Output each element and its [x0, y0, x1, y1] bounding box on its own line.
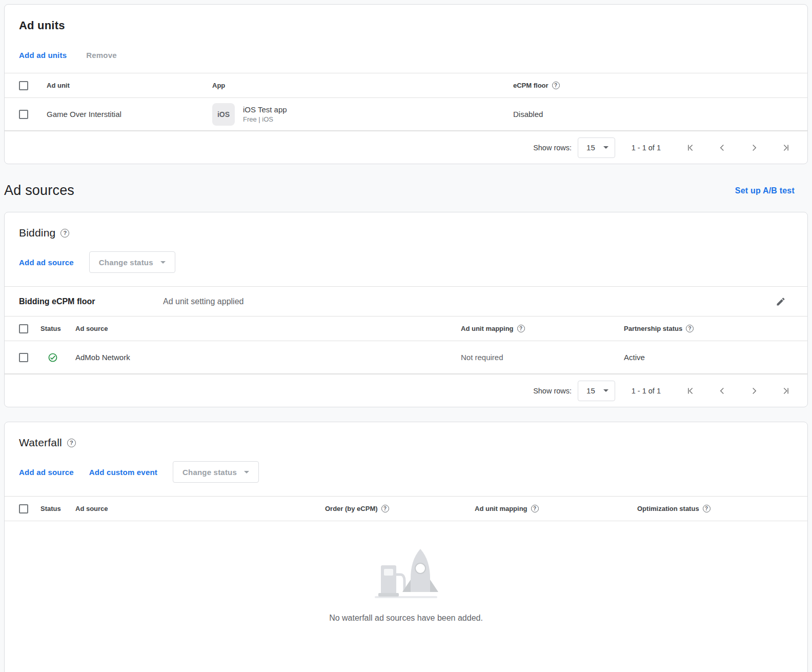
order-column-header: Order (by eCPM) — [325, 505, 378, 512]
bidding-ecpm-floor-label: Bidding eCPM floor — [19, 297, 163, 306]
chevron-down-icon — [603, 389, 608, 392]
ad-unit-row-checkbox[interactable] — [19, 110, 28, 119]
waterfall-add-ad-source-button[interactable]: Add ad source — [19, 468, 74, 477]
rows-per-page-value: 15 — [586, 386, 595, 395]
pencil-icon — [776, 297, 786, 307]
ad-unit-column-header: Ad unit — [47, 82, 212, 89]
bidding-help-icon[interactable]: ? — [60, 229, 69, 238]
ios-app-icon: iOS — [212, 103, 235, 126]
status-column-header: Status — [40, 325, 75, 332]
remove-button[interactable]: Remove — [86, 51, 117, 60]
status-active-check-icon — [48, 352, 58, 363]
partnership-status-help-icon[interactable]: ? — [686, 325, 694, 332]
last-page-icon — [780, 385, 791, 397]
partnership-status-value: Active — [624, 353, 807, 362]
waterfall-card: Waterfall ? Add ad source Add custom eve… — [4, 422, 808, 672]
show-rows-label: Show rows: — [533, 144, 572, 152]
bidding-select-all-checkbox[interactable] — [19, 324, 28, 333]
order-help-icon[interactable]: ? — [381, 505, 389, 512]
ad-unit-mapping-help-icon[interactable]: ? — [531, 505, 539, 512]
chevron-down-icon — [244, 471, 249, 473]
rows-per-page-value: 15 — [586, 143, 595, 152]
chevron-right-icon — [748, 142, 760, 153]
rows-per-page-select[interactable]: 15 — [578, 381, 615, 401]
last-page-button[interactable] — [780, 385, 792, 397]
bidding-card: Bidding ? Add ad source Change status Bi… — [4, 212, 808, 407]
mediation-page: Ad units Add ad units Remove Ad unit App… — [0, 0, 812, 672]
page-range-label: 1 - 1 of 1 — [632, 144, 661, 152]
bidding-table-row[interactable]: AdMob Network Not required Active — [5, 341, 807, 374]
add-ad-units-button[interactable]: Add ad units — [19, 51, 67, 60]
optimization-status-help-icon[interactable]: ? — [703, 505, 710, 512]
waterfall-help-icon[interactable]: ? — [67, 439, 76, 447]
waterfall-title: Waterfall — [19, 437, 62, 449]
ad-source-column-header: Ad source — [75, 505, 325, 512]
app-name: iOS Test app — [243, 105, 287, 114]
app-meta: Free | iOS — [243, 115, 287, 123]
waterfall-table-header: Status Ad source Order (by eCPM) ? Ad un… — [5, 496, 807, 521]
waterfall-change-status-button[interactable]: Change status — [173, 461, 259, 483]
chevron-left-icon — [717, 385, 728, 397]
first-page-button[interactable] — [684, 385, 697, 397]
edit-bidding-floor-button[interactable] — [774, 294, 788, 309]
ad-units-select-all-checkbox[interactable] — [19, 81, 28, 90]
change-status-label: Change status — [182, 468, 237, 477]
last-page-icon — [780, 142, 791, 153]
bidding-table-header: Status Ad source Ad unit mapping ? Partn… — [5, 316, 807, 341]
rocket-fuel-pump-illustration — [362, 542, 450, 603]
ad-source-column-header: Ad source — [75, 325, 461, 332]
first-page-button[interactable] — [684, 142, 697, 154]
bidding-add-ad-source-button[interactable]: Add ad source — [19, 258, 74, 267]
ad-unit-mapping-column-header: Ad unit mapping — [475, 505, 527, 512]
ad-unit-table-row[interactable]: Game Over Interstitial iOS iOS Test app … — [5, 98, 807, 131]
ecpm-floor-help-icon[interactable]: ? — [552, 82, 560, 89]
chevron-down-icon — [160, 261, 166, 264]
ad-unit-name: Game Over Interstitial — [47, 110, 212, 118]
waterfall-select-all-checkbox[interactable] — [19, 504, 28, 513]
chevron-down-icon — [603, 146, 608, 149]
optimization-status-column-header: Optimization status — [637, 505, 699, 512]
rows-per-page-select[interactable]: 15 — [578, 137, 615, 158]
ad-unit-mapping-value: Not required — [461, 353, 624, 362]
prev-page-button[interactable] — [716, 142, 728, 154]
first-page-icon — [685, 385, 696, 397]
bidding-ecpm-floor-value: Ad unit setting applied — [163, 297, 774, 306]
ad-units-pagination: Show rows: 15 1 - 1 of 1 — [5, 131, 807, 164]
waterfall-empty-message: No waterfall ad sources have been added. — [5, 614, 807, 623]
add-custom-event-button[interactable]: Add custom event — [89, 468, 157, 477]
prev-page-button[interactable] — [716, 385, 728, 397]
show-rows-label: Show rows: — [533, 387, 572, 395]
ad-unit-mapping-help-icon[interactable]: ? — [517, 325, 525, 332]
status-column-header: Status — [40, 505, 75, 512]
bidding-ecpm-floor-row: Bidding eCPM floor Ad unit setting appli… — [5, 286, 807, 316]
bidding-change-status-button[interactable]: Change status — [89, 251, 175, 273]
next-page-button[interactable] — [748, 142, 760, 154]
bidding-row-checkbox[interactable] — [19, 353, 28, 362]
page-range-label: 1 - 1 of 1 — [632, 387, 661, 395]
app-column-header: App — [212, 82, 513, 89]
ad-unit-mapping-column-header: Ad unit mapping — [461, 325, 514, 332]
ad-sources-section-header: Ad sources Set up A/B test — [4, 183, 795, 199]
ad-source-name: AdMob Network — [75, 353, 461, 362]
first-page-icon — [685, 142, 696, 153]
next-page-button[interactable] — [748, 385, 760, 397]
ad-units-table-header: Ad unit App eCPM floor ? — [5, 73, 807, 98]
setup-ab-test-link[interactable]: Set up A/B test — [735, 186, 795, 195]
ad-sources-title: Ad sources — [4, 183, 74, 199]
last-page-button[interactable] — [780, 142, 792, 154]
ad-units-title: Ad units — [19, 19, 793, 32]
bidding-pagination: Show rows: 15 1 - 1 of 1 — [5, 374, 807, 407]
chevron-left-icon — [717, 142, 728, 153]
chevron-right-icon — [748, 385, 760, 397]
ecpm-floor-column-header: eCPM floor — [513, 82, 549, 89]
ad-units-card: Ad units Add ad units Remove Ad unit App… — [4, 4, 808, 164]
bidding-title: Bidding — [19, 227, 55, 239]
partnership-status-column-header: Partnership status — [624, 325, 682, 332]
change-status-label: Change status — [99, 258, 153, 267]
ecpm-floor-value: Disabled — [513, 110, 807, 118]
waterfall-empty-state: No waterfall ad sources have been added. — [5, 521, 807, 672]
